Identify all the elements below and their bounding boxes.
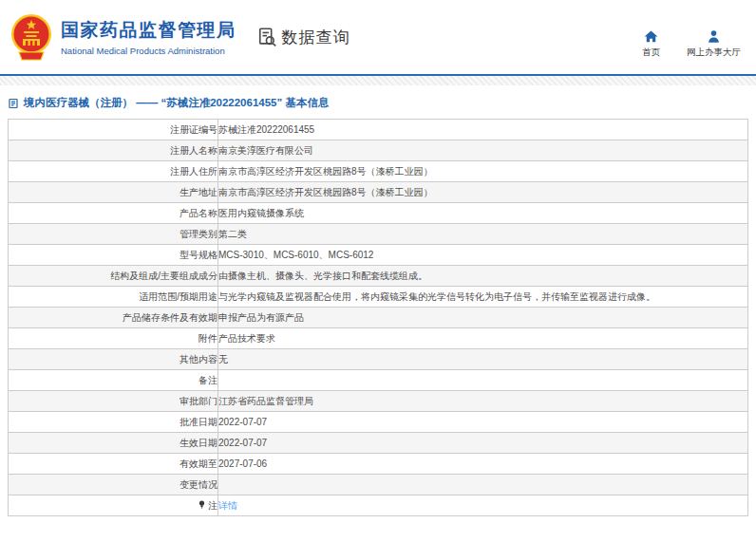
table-row: 变更情况 [9,475,748,495]
table-row: 附件 产品技术要求 [9,328,748,349]
field-value [218,370,748,391]
nav-online-hall-label: 网上办事大厅 [687,47,741,59]
table-row: 产品储存条件及有效期 申报产品为有源产品 [9,308,748,328]
field-value: 无 [218,349,748,370]
field-value: 第二类 [218,224,748,245]
national-emblem-icon [9,13,53,61]
nmpa-logo[interactable]: 国家药品监督管理局 National Medical Products Admi… [9,13,236,61]
note-label: 注 [208,500,217,511]
field-label: 其他内容 [9,349,218,370]
data-query-label: 数据查询 [282,27,350,48]
table-row: 结构及组成/主要组成成分 由摄像主机、摄像头、光学接口和配套线缆组成。 [9,266,748,287]
registration-detail-table: 注册证编号 苏械注准20222061455 注册人名称 南京美淳医疗有限公司 注… [8,119,748,516]
field-value: 2022-07-07 [218,433,748,454]
table-row: 注册人住所 南京市高淳区经济开发区桃园路8号（漆桥工业园） [9,161,748,182]
field-label: 产品名称 [9,203,218,224]
field-value: 2027-07-06 [218,454,748,475]
table-row: 管理类别 第二类 [9,224,748,245]
field-label: 有效期至 [9,454,218,475]
field-value: 2022-07-07 [218,412,748,433]
field-label: 注 [9,495,218,516]
field-value: 申报产品为有源产品 [218,308,748,328]
nav-home-label: 首页 [642,47,660,59]
field-label: 生产地址 [9,182,218,203]
field-value: 由摄像主机、摄像头、光学接口和配套线缆组成。 [218,266,748,287]
table-row: 适用范围/预期用途 与光学内窥镜及监视器配合使用，将内窥镜采集的光学信号转化为电… [9,287,748,308]
field-label: 适用范围/预期用途 [9,287,218,308]
table-row: 型号规格 MCS-3010、MCS-6010、MCS-6012 [9,245,748,266]
page-header: 国家药品监督管理局 National Medical Products Admi… [0,0,756,74]
field-label: 备注 [9,370,218,391]
table-row: 备注 [9,370,748,391]
person-icon [707,29,721,44]
field-label: 结构及组成/主要组成成分 [9,266,218,287]
field-value: 产品技术要求 [218,328,748,349]
field-label: 管理类别 [9,224,218,245]
hatched-band [0,76,756,85]
breadcrumb: 境内医疗器械（注册） —— “苏械注准20222061455” 基本信息 [0,85,756,119]
field-label: 批准日期 [9,412,218,433]
nav-home[interactable]: 首页 [642,29,660,59]
field-label: 注册人住所 [9,161,218,182]
breadcrumb-text: 境内医疗器械（注册） —— “苏械注准20222061455” 基本信息 [24,96,329,110]
field-value: 与光学内窥镜及监视器配合使用，将内窥镜采集的光学信号转化为电子信号，并传输至监视… [218,287,748,308]
table-row: 注册人名称 南京美淳医疗有限公司 [9,140,748,161]
table-row: 生效日期 2022-07-07 [9,433,748,454]
site-title: 国家药品监督管理局 [61,18,236,43]
field-label: 审批部门 [9,391,218,412]
field-label: 变更情况 [9,475,218,495]
top-nav: 首页 网上办事大厅 [642,16,741,59]
field-value: 详情 [218,495,748,516]
table-row: 批准日期 2022-07-07 [9,412,748,433]
field-value [218,475,748,495]
document-search-icon [257,27,278,47]
table-row-note: 注 详情 [9,495,748,516]
detail-link[interactable]: 详情 [218,500,237,511]
field-label: 注册人名称 [9,140,218,161]
field-label: 产品储存条件及有效期 [9,308,218,328]
field-value: 医用内窥镜摄像系统 [218,203,748,224]
table-row: 生产地址 南京市高淳区经济开发区桃园路8号（漆桥工业园） [9,182,748,203]
field-label: 生效日期 [9,433,218,454]
table-row: 有效期至 2027-07-06 [9,454,748,475]
field-value: 苏械注准20222061455 [218,120,748,140]
field-label: 型号规格 [9,245,218,266]
logo-titles: 国家药品监督管理局 National Medical Products Admi… [61,18,236,56]
data-query-section[interactable]: 数据查询 [257,27,350,48]
table-row: 其他内容 无 [9,349,748,370]
field-value: 江苏省药品监督管理局 [218,391,748,412]
document-icon [8,98,19,109]
nav-online-hall[interactable]: 网上办事大厅 [687,29,741,59]
field-value: 南京美淳医疗有限公司 [218,140,748,161]
home-icon [644,29,658,44]
site-subtitle: National Medical Products Administration [61,46,236,56]
table-row: 审批部门 江苏省药品监督管理局 [9,391,748,412]
note-bulb-icon [198,499,206,510]
field-value: 南京市高淳区经济开发区桃园路8号（漆桥工业园） [218,182,748,203]
field-value: MCS-3010、MCS-6010、MCS-6012 [218,245,748,266]
field-value: 南京市高淳区经济开发区桃园路8号（漆桥工业园） [218,161,748,182]
field-label: 注册证编号 [9,120,218,140]
table-row: 注册证编号 苏械注准20222061455 [9,120,748,140]
field-label: 附件 [9,328,218,349]
table-row: 产品名称 医用内窥镜摄像系统 [9,203,748,224]
